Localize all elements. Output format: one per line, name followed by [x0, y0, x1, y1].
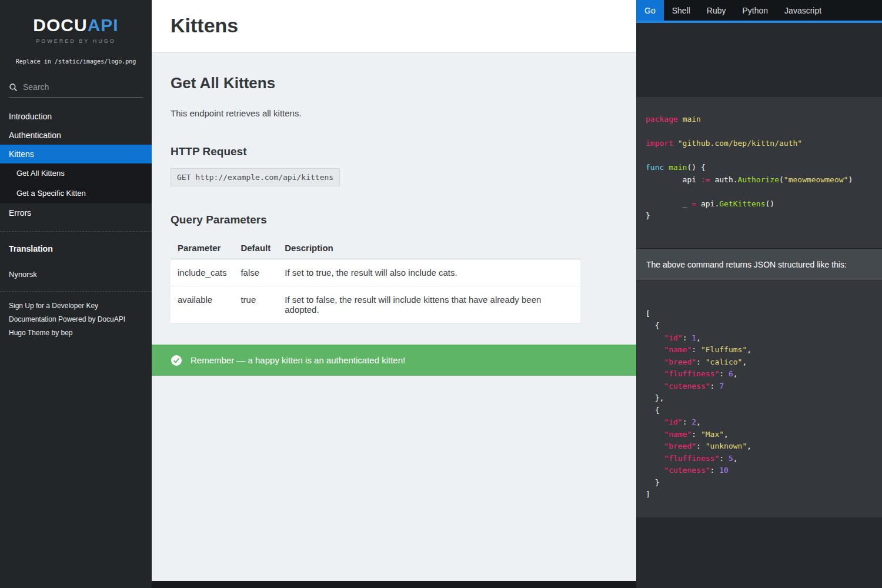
table-row: availabletrueIf set to false, the result… [171, 286, 580, 323]
code-panel: GoShellRubyPythonJavascript package main… [636, 0, 882, 588]
footer-link-documentation-powered-by-docuapi[interactable]: Documentation Powered by DocuAPI [9, 315, 143, 323]
page-title: Kittens [171, 14, 617, 37]
table-cell: include_cats [171, 259, 233, 286]
sidebar-footer: Sign Up for a Developer KeyDocumentation… [0, 300, 152, 348]
tab-go[interactable]: Go [636, 0, 664, 21]
go-code-block: package main import "github.com/bep/kitt… [636, 97, 882, 248]
logo: DOCUAPI [0, 15, 152, 35]
search-input[interactable] [23, 82, 143, 92]
tab-shell[interactable]: Shell [664, 0, 699, 21]
sidebar-divider [0, 231, 152, 232]
content-body: Get All Kittens This endpoint retrieves … [152, 53, 636, 323]
tab-ruby[interactable]: Ruby [699, 0, 734, 21]
table-cell: false [233, 259, 278, 286]
language-tabs: GoShellRubyPythonJavascript [636, 0, 882, 21]
logo-text-docu: DOCU [33, 15, 87, 35]
logo-text-api: API [88, 15, 119, 35]
json-code-block: [ { "id": 1, "name": "Fluffums", "breed"… [636, 281, 882, 517]
sidebar-item-nynorsk[interactable]: Nynorsk [0, 266, 152, 282]
table-row: include_catsfalseIf set to true, the res… [171, 259, 580, 286]
code-spacer [636, 23, 882, 97]
check-circle-icon [171, 355, 182, 366]
tab-python[interactable]: Python [734, 0, 777, 21]
banner-text: Remember — a happy kitten is an authenti… [191, 355, 405, 365]
section-intro: This endpoint retrieves all kittens. [171, 108, 617, 118]
sidebar-nav: IntroductionAuthenticationKittensGet All… [0, 107, 152, 222]
table-header-cell: Parameter [171, 237, 233, 259]
bottom-strip [152, 581, 636, 588]
table-header-cell: Description [278, 237, 580, 259]
http-request-code: GET http://example.com/api/kittens [171, 168, 340, 186]
sidebar-item-kittens[interactable]: Kittens [0, 145, 152, 163]
content-column: Kittens Get All Kittens This endpoint re… [152, 0, 636, 588]
success-banner: Remember — a happy kitten is an authenti… [152, 345, 636, 376]
content-filler [152, 376, 636, 581]
search-icon [9, 83, 18, 92]
panel-filler [636, 517, 882, 588]
query-parameters-table: ParameterDefaultDescription include_cats… [171, 237, 580, 323]
sidebar-item-authentication[interactable]: Authentication [0, 126, 152, 145]
search [9, 82, 143, 98]
translation-heading: Translation [0, 240, 152, 257]
app: DOCUAPI POWERED BY HUGO Replace in /stat… [0, 0, 882, 588]
sidebar-divider [0, 291, 152, 292]
sidebar: DOCUAPI POWERED BY HUGO Replace in /stat… [0, 0, 152, 588]
code-annotation: The above command returns JSON structure… [636, 248, 882, 281]
table-cell: available [171, 286, 233, 323]
sidebar-item-get-all-kittens[interactable]: Get All Kittens [0, 163, 152, 183]
sidebar-item-get-a-specific-kitten[interactable]: Get a Specific Kitten [0, 183, 152, 203]
footer-link-hugo-theme-by-bep[interactable]: Hugo Theme by bep [9, 329, 143, 337]
logo-note: Replace in /static/images/logo.png [0, 58, 152, 65]
section-title: Get All Kittens [171, 74, 617, 92]
sidebar-item-introduction[interactable]: Introduction [0, 107, 152, 126]
table-cell: If set to true, the result will also inc… [278, 259, 580, 286]
table-header-row: ParameterDefaultDescription [171, 237, 580, 259]
page-header: Kittens [152, 0, 636, 53]
tab-javascript[interactable]: Javascript [776, 0, 830, 21]
logo-tagline: POWERED BY HUGO [0, 38, 152, 44]
table-header-cell: Default [233, 237, 278, 259]
sidebar-item-errors[interactable]: Errors [0, 203, 152, 222]
query-parameters-heading: Query Parameters [171, 213, 617, 226]
table-cell: true [233, 286, 278, 323]
table-cell: If set to false, the result will include… [278, 286, 580, 323]
footer-link-sign-up-for-a-developer-key[interactable]: Sign Up for a Developer Key [9, 302, 143, 310]
http-request-heading: HTTP Request [171, 145, 617, 158]
